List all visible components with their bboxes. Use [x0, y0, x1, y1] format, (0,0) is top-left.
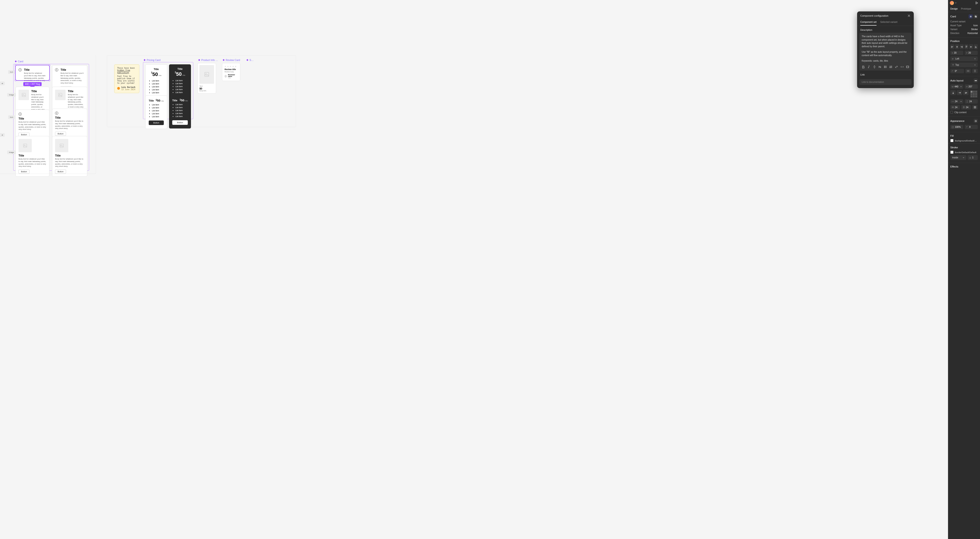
svg-rect-8	[205, 72, 209, 76]
pricing-title: Title	[172, 99, 177, 102]
align-right-icon[interactable]	[960, 44, 964, 49]
frame-label-pricing[interactable]: Pricing Card	[143, 59, 161, 61]
direction-wrap-icon[interactable]	[963, 90, 969, 95]
opacity-field[interactable]: 100%	[950, 125, 963, 129]
frame-label-review[interactable]: Review Card	[223, 59, 240, 61]
link-icon[interactable]	[895, 65, 898, 69]
tab-selected-variant[interactable]: Selected variant	[880, 19, 897, 25]
heading-icon[interactable]	[878, 65, 881, 69]
frame-label-text: Pricing Card	[146, 59, 161, 61]
height-field[interactable]: H207	[965, 84, 978, 89]
padding-h-field[interactable]: 24	[950, 105, 960, 109]
frame-label-extra[interactable]: S…	[246, 59, 254, 61]
bold-icon[interactable]	[862, 65, 865, 69]
duplicate-icon[interactable]	[974, 14, 978, 19]
frame-label-product[interactable]: Product Info …	[198, 59, 218, 61]
gap-h-field[interactable]: 24	[950, 99, 963, 104]
align-vcenter-icon[interactable]	[969, 44, 973, 49]
pricing-price: $50/ mo	[156, 99, 164, 102]
link-label: Link	[857, 71, 914, 78]
product-body: Body text.	[199, 90, 214, 92]
strikethrough-icon[interactable]	[873, 65, 876, 69]
padding-v-field[interactable]: 24	[961, 105, 971, 109]
close-icon[interactable]	[907, 14, 910, 17]
width-field[interactable]: W440	[950, 84, 963, 89]
appearance-settings-icon[interactable]	[974, 119, 978, 123]
stroke-swatch	[950, 151, 953, 154]
pricing-list: List itemList itemList itemList itemList…	[172, 103, 188, 117]
product-price: $0	[199, 87, 214, 90]
prop-value[interactable]: Icon	[974, 24, 978, 27]
italic-icon[interactable]	[867, 65, 870, 69]
clip-content-label: Clip content	[955, 111, 967, 114]
settings-icon[interactable]	[969, 14, 973, 19]
svg-point-18	[975, 80, 975, 81]
sticky-note[interactable]: These have been hidden from publishing. …	[114, 64, 139, 93]
description-editor[interactable]: The cards have a fixed width of 440 in t…	[859, 33, 912, 71]
section-title-position: Position	[950, 40, 960, 43]
x-field[interactable]: X20	[950, 51, 963, 55]
code-block-icon[interactable]	[906, 65, 909, 69]
tab-design[interactable]: Design	[950, 7, 958, 12]
description-keywords: Keywords: cards, tile, tiles	[862, 59, 909, 63]
product-label: Text	[199, 85, 214, 87]
pricing-price: $50/ mo	[180, 98, 188, 102]
pricing-price: $50/ mo	[172, 71, 188, 77]
tab-prototype[interactable]: Prototype	[961, 7, 971, 12]
pricing-card-dark-compact[interactable]: Title $50/ mo List itemList itemList ite…	[169, 95, 191, 128]
user-avatar[interactable]	[950, 1, 954, 5]
pricing-card-light-compact[interactable]: Title $50/ mo List itemList itemList ite…	[145, 95, 167, 129]
component-icon	[143, 59, 146, 61]
flip-v-icon[interactable]	[972, 69, 978, 73]
link-input[interactable]: Link to documentation	[859, 79, 912, 85]
frame-label-text: Review Card	[226, 59, 240, 61]
direction-vertical-icon[interactable]	[950, 90, 956, 95]
gap-v-field[interactable]: 24	[965, 99, 978, 104]
component-icon	[246, 59, 248, 61]
note-author: Luis Ouriach	[121, 86, 135, 88]
play-icon[interactable]	[975, 2, 978, 5]
alignment-grid[interactable]	[970, 90, 978, 98]
stroke-weight-field[interactable]: 1	[968, 155, 978, 160]
prop-value[interactable]: Horizontal	[967, 32, 978, 35]
fill-value[interactable]: Background/Default/…	[950, 139, 978, 142]
prop-value[interactable]: Stroke	[971, 28, 978, 30]
padding-detail-icon[interactable]	[972, 105, 978, 109]
chevron-down-icon[interactable]	[955, 2, 957, 4]
reviewer-avatar	[224, 75, 227, 78]
align-top-icon[interactable]	[964, 44, 969, 49]
review-stars: ☆ ☆ ☆ ☆ ☆	[224, 65, 238, 68]
svg-rect-23	[975, 107, 975, 108]
align-bottom-icon[interactable]	[974, 44, 978, 49]
direction-horizontal-icon[interactable]	[957, 90, 962, 95]
component-config-modal[interactable]: Component configuration Component set Se…	[857, 11, 914, 88]
bullet-list-icon[interactable]	[884, 65, 887, 69]
pricing-list: List itemList itemList itemList itemList…	[149, 104, 164, 118]
pricing-button[interactable]: Button	[172, 120, 188, 125]
clip-content-checkbox[interactable]	[950, 111, 953, 114]
section-title-autolayout: Auto layout	[950, 79, 964, 82]
canvas[interactable]: Card Icon al Image Icon al Image Stroke …	[0, 0, 948, 539]
stroke-position-dropdown[interactable]: Inside	[950, 155, 966, 160]
align-hcenter-icon[interactable]	[955, 44, 959, 49]
flip-h-icon[interactable]	[966, 69, 971, 73]
review-card[interactable]: ☆ ☆ ☆ ☆ ☆ Review title Review body Revie…	[222, 63, 240, 81]
horizontal-align-dropdown[interactable]: Left	[950, 56, 978, 61]
rotation-field[interactable]: 0°	[950, 69, 964, 73]
note-date: 13 June 2024	[121, 88, 135, 90]
y-field[interactable]: Y20	[965, 51, 978, 55]
product-card[interactable]: Text $0 Body text.	[197, 63, 216, 94]
autolayout-settings-icon[interactable]	[974, 79, 978, 82]
pricing-button[interactable]: Button	[149, 120, 164, 125]
code-icon[interactable]	[900, 65, 904, 69]
svg-rect-21	[963, 106, 964, 108]
align-left-icon[interactable]	[950, 44, 955, 49]
svg-rect-25	[952, 126, 954, 128]
tab-component-set[interactable]: Component set	[860, 19, 877, 25]
numbered-list-icon[interactable]	[889, 65, 892, 69]
stroke-value[interactable]: Border/Default/Default	[950, 151, 978, 154]
radius-field[interactable]: 8	[965, 125, 978, 129]
vertical-align-dropdown[interactable]: Top	[950, 62, 978, 67]
current-variant-label: Current variant	[950, 20, 966, 23]
svg-point-10	[884, 66, 885, 66]
